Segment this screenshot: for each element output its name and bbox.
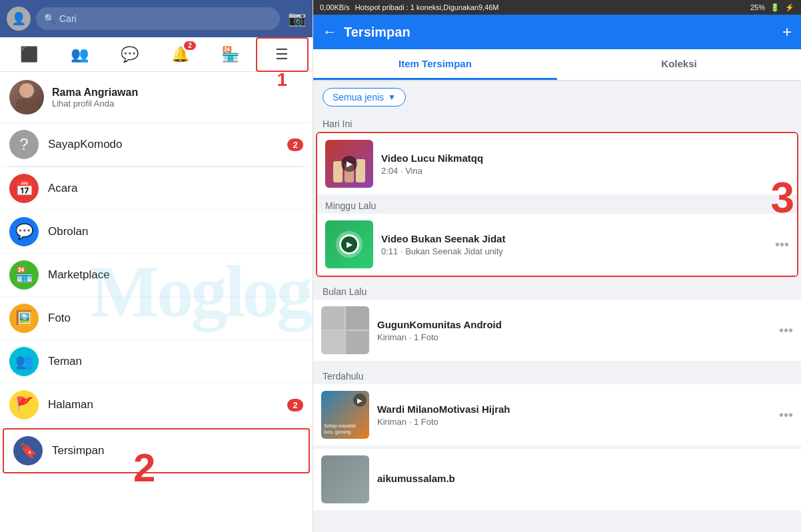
- tab-item-tersimpan[interactable]: Item Tersimpan: [313, 49, 557, 80]
- highlight-box: ▶ Video Lucu Nikmatqq 2:04 · Vina Minggu…: [316, 132, 798, 277]
- nav-store[interactable]: 🏪: [205, 37, 256, 72]
- search-placeholder: Cari: [59, 13, 77, 24]
- list-item[interactable]: Setiap masalah lucu, gunung ▶ Wardi Mila…: [313, 384, 801, 446]
- section-hari-ini: Hari Ini: [313, 113, 801, 132]
- halaman-icon-box: 🚩: [9, 390, 39, 419]
- filter-button[interactable]: Semua jenis ▼: [323, 88, 406, 107]
- avatar-image: [9, 80, 44, 115]
- calendar-icon: 📅: [15, 180, 33, 197]
- nav-friends[interactable]: 👥: [55, 37, 105, 72]
- sayapkomodo-badge: 2: [287, 138, 303, 151]
- tersimpan-icon-box: 🔖: [13, 436, 43, 465]
- photo-icon: 🖼️: [15, 310, 33, 327]
- aikum-thumbnail: [321, 455, 369, 503]
- list-item[interactable]: ▶ Video Bukan Seenak Jidat 0:11 · Bukan …: [317, 214, 797, 276]
- status-bar: 0,00KB/s Hotspot pribadi : 1 koneksi,Dig…: [313, 0, 801, 15]
- teman-label: Teman: [48, 355, 303, 368]
- item-info-gugun: GugunKomunitas Android Kiriman · 1 Foto: [377, 319, 771, 342]
- sayapkomodo-label: SayapKomodo: [48, 138, 278, 151]
- halaman-badge: 2: [287, 399, 303, 411]
- item-title-wardi: Wardi MilanoMotivasi Hijrah: [377, 403, 771, 415]
- item-title-video-lucu: Video Lucu Nikmatqq: [381, 152, 789, 164]
- menu-item-marketplace[interactable]: 🏪 Marketplace: [0, 254, 313, 297]
- charge-icon: ⚡: [785, 3, 794, 12]
- right-title: Tersimpan: [344, 25, 776, 40]
- header-avatar[interactable]: 👤: [7, 7, 31, 31]
- tab-tersimpan-label: Item Tersimpan: [399, 58, 472, 69]
- store-icon: 🏪: [221, 46, 239, 63]
- hari-ini-label: Hari Ini: [323, 119, 352, 129]
- item-sub-video-lucu: 2:04 · Vina: [381, 166, 789, 176]
- menu-item-halaman[interactable]: 🚩 Halaman 2: [0, 384, 313, 427]
- notification-badge: 2: [184, 41, 196, 50]
- shop-icon: 🏪: [15, 266, 33, 284]
- nav-news-feed[interactable]: ⬛: [4, 37, 55, 72]
- acara-icon-box: 📅: [9, 174, 39, 203]
- obrolan-icon-box: 💬: [9, 217, 39, 246]
- more-icon-wardi[interactable]: •••: [779, 407, 793, 423]
- signal-text: 0,00KB/s: [320, 3, 350, 11]
- play-btn-wardi: ▶: [353, 394, 367, 407]
- menu-item-sayapkomodo[interactable]: ? SayapKomodo 2: [0, 123, 313, 166]
- tersimpan-label: Tersimpan: [52, 444, 299, 457]
- list-item[interactable]: GugunKomunitas Android Kiriman · 1 Foto …: [313, 300, 801, 362]
- more-icon[interactable]: •••: [775, 237, 789, 252]
- chevron-down-icon: ▼: [388, 93, 396, 102]
- play-overlay2: ▶: [341, 236, 357, 252]
- play-icon: ▶: [357, 397, 363, 404]
- item-sub-gugun: Kiriman · 1 Foto: [377, 332, 771, 342]
- item-info-video-bukan: Video Bukan Seenak Jidat 0:11 · Bukan Se…: [381, 233, 767, 256]
- item-thumbnail-wardi: Setiap masalah lucu, gunung ▶: [321, 391, 369, 439]
- item-thumbnail-video-lucu: ▶: [325, 140, 373, 188]
- hotspot-text: Hotspot pribadi : 1 koneksi,Digunakan9,4…: [355, 3, 745, 11]
- menu-item-teman[interactable]: 👥 Teman: [0, 340, 313, 384]
- filter-label: Semua jenis: [333, 92, 384, 103]
- add-button[interactable]: +: [782, 23, 792, 41]
- avatar-body: [16, 99, 37, 111]
- item-title-video-bukan: Video Bukan Seenak Jidat: [381, 233, 767, 244]
- foto-label: Foto: [48, 312, 303, 325]
- sayapkomodo-icon: ?: [9, 130, 39, 159]
- grid-cell4: [346, 331, 369, 354]
- friends2-icon: 👥: [15, 353, 33, 370]
- flag-icon: 🚩: [15, 396, 33, 413]
- profile-info: Rama Angriawan Lihat profil Anda: [52, 87, 138, 109]
- saved-list: Hari Ini ▶ Video Lucu Nikmatq: [313, 113, 801, 532]
- menu-item-tersimpan[interactable]: 🔖 Tersimpan: [3, 428, 310, 473]
- messenger-icon: 💬: [121, 46, 139, 63]
- item-info-aikum: aikumussalam.b: [377, 473, 793, 486]
- teman-icon-box: 👥: [9, 347, 39, 376]
- item-sub-wardi: Kiriman · 1 Foto: [377, 417, 771, 427]
- nav-notifications[interactable]: 🔔 2: [155, 37, 206, 72]
- bookmark-icon: 🔖: [19, 442, 37, 459]
- more-icon-gugun[interactable]: •••: [779, 323, 793, 338]
- item-info-video-lucu: Video Lucu Nikmatqq 2:04 · Vina: [381, 152, 789, 176]
- item-title-aikum: aikumussalam.b: [377, 473, 793, 484]
- person-icon: 👤: [11, 11, 26, 26]
- back-button[interactable]: ←: [323, 23, 337, 41]
- menu-item-foto[interactable]: 🖼️ Foto: [0, 297, 313, 340]
- profile-sub: Lihat profil Anda: [52, 99, 138, 109]
- list-item[interactable]: aikumussalam.b: [313, 449, 801, 511]
- item-thumbnail-aikum: [321, 455, 369, 503]
- menu-item-acara[interactable]: 📅 Acara: [0, 167, 313, 210]
- hamburger-icon: ☰: [275, 46, 289, 63]
- nav-icons-row: ⬛ 👥 💬 🔔 2 🏪 ☰ 1: [0, 37, 313, 72]
- menu-item-obrolan[interactable]: 💬 Obrolan: [0, 210, 313, 254]
- tab-koleksi[interactable]: Koleksi: [557, 49, 801, 80]
- profile-row[interactable]: Rama Angriawan Lihat profil Anda: [0, 72, 313, 123]
- play-overlay: ▶: [341, 156, 357, 172]
- nav-messenger[interactable]: 💬: [105, 37, 155, 72]
- left-panel: 👤 🔍 Cari 📷 ⬛ 👥 💬 🔔 2 🏪 ☰ 1: [0, 0, 313, 532]
- grid-cell2: [346, 306, 369, 330]
- menu-list: ? SayapKomodo 2 📅 Acara 💬 Obrolan 🏪: [0, 123, 313, 532]
- item-sub-video-bukan: 0:11 · Bukan Seenak Jidat unity: [381, 246, 767, 256]
- nav-menu[interactable]: ☰ 1: [256, 37, 309, 72]
- item-thumbnail-gugun: [321, 306, 369, 354]
- item-info-wardi: Wardi MilanoMotivasi Hijrah Kiriman · 1 …: [377, 403, 771, 427]
- news-feed-icon: ⬛: [20, 46, 38, 63]
- bulan-lalu-label: Bulan Lalu: [323, 286, 367, 297]
- search-bar[interactable]: 🔍 Cari: [36, 7, 280, 30]
- list-item[interactable]: ▶ Video Lucu Nikmatqq 2:04 · Vina: [317, 133, 797, 195]
- camera-icon[interactable]: 📷: [288, 10, 306, 27]
